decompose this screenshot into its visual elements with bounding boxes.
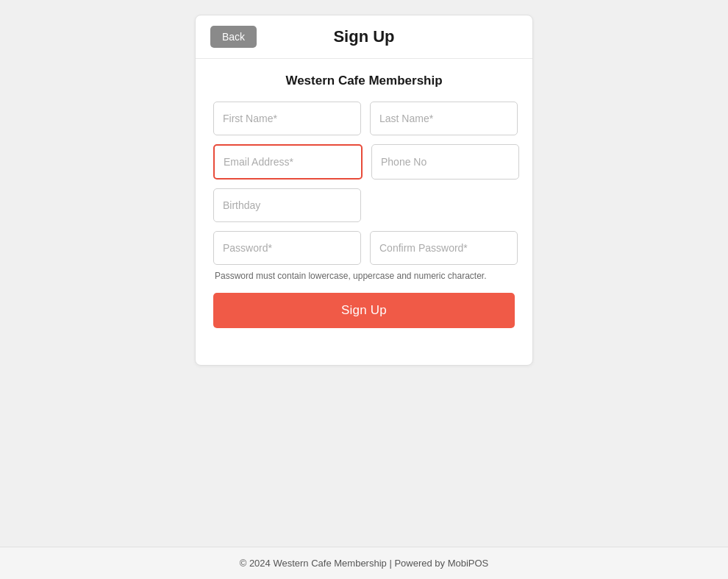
page-title: Sign Up	[333, 27, 394, 46]
membership-title: Western Cafe Membership	[213, 74, 515, 88]
signup-card: Back Sign Up Western Cafe Membership Pas…	[195, 15, 533, 366]
confirm-password-input[interactable]	[370, 231, 518, 265]
birthday-row	[213, 188, 360, 222]
email-phone-row	[213, 144, 515, 180]
first-name-input[interactable]	[213, 102, 361, 135]
footer-text: © 2024 Western Cafe Membership | Powered…	[240, 558, 489, 569]
birthday-input[interactable]	[213, 188, 361, 222]
email-input[interactable]	[213, 144, 363, 180]
page-wrapper: Back Sign Up Western Cafe Membership Pas…	[0, 0, 728, 547]
back-button[interactable]: Back	[210, 26, 257, 48]
phone-input[interactable]	[371, 144, 519, 180]
password-row	[213, 231, 515, 265]
name-row	[213, 102, 515, 135]
password-input[interactable]	[213, 231, 361, 265]
last-name-input[interactable]	[370, 102, 518, 135]
footer: © 2024 Western Cafe Membership | Powered…	[0, 547, 728, 579]
card-body: Western Cafe Membership Password must co…	[196, 59, 532, 343]
card-header: Back Sign Up	[196, 15, 532, 59]
signup-button[interactable]: Sign Up	[213, 293, 515, 328]
password-hint: Password must contain lowercase, upperca…	[213, 271, 515, 281]
